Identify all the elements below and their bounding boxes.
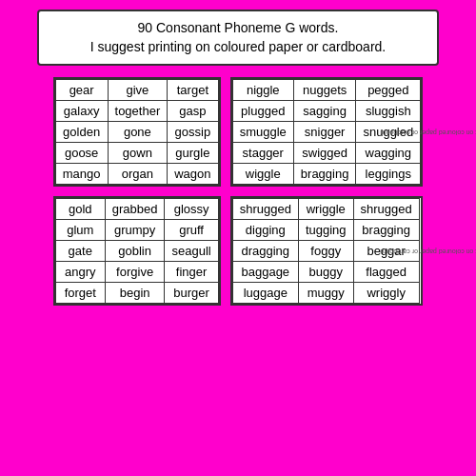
word-cell: finger [165,262,218,283]
right-column: nigglenuggetspeggedpluggedsaggingsluggis… [230,77,424,306]
word-cell: glum [55,220,105,241]
word-card-1: geargivetargetgalaxytogethergaspgoldengo… [53,77,221,187]
word-cell: gown [108,143,168,164]
table-row: gategoblinseagull [55,241,218,262]
word-cell: muggy [298,283,353,304]
word-cell: gurgle [168,143,218,164]
table-row: geargivetarget [55,80,218,101]
table-row: mangoorganwagon [55,164,218,185]
word-cell: wriggle [298,199,353,220]
word-cell: gear [55,80,108,101]
word-cell: bragging [293,164,356,185]
word-cell: wagging [356,143,421,164]
word-cell: bragging [353,220,419,241]
word-card-4: shruggedwriggleshruggeddiggingtuggingbra… [230,196,424,306]
word-cell: glossy [165,199,218,220]
word-cell: gold [55,199,105,220]
word-cell: angry [55,262,105,283]
word-cell: dragging [232,241,298,262]
header-line2: I suggest printing on coloured paper or … [54,38,422,57]
table-row: baggagebuggyflagged [232,262,419,283]
word-cell: burger [165,283,218,304]
word-cell: snigger [293,122,356,143]
table-row: diggingtuggingbragging [232,220,419,241]
table-row: goldgrabbedglossy [55,199,218,220]
word-cell: begin [105,283,165,304]
table-row: angryforgivefinger [55,262,218,283]
table-row: glumgrumpygruff [55,220,218,241]
word-cell: plugged [232,101,293,122]
table-row: staggerswiggedwagging [232,143,421,164]
table-row: luggagemuggywriggly [232,283,419,304]
word-cell: smuggle [232,122,293,143]
word-table-1: geargivetargetgalaxytogethergaspgoldengo… [55,79,219,185]
word-cell: foggy [298,241,353,262]
table-row: galaxytogethergasp [55,101,218,122]
word-cell: mango [55,164,108,185]
word-cell: goose [55,143,108,164]
word-cell: give [108,80,168,101]
word-cell: swigged [293,143,356,164]
word-table-3: goldgrabbedglossyglumgrumpygruffgategobl… [55,198,219,304]
table-row: pluggedsaggingsluggish [232,101,421,122]
word-cell: together [108,101,168,122]
word-cell: nuggets [293,80,356,101]
word-cell: gate [55,241,105,262]
word-cell: gasp [168,101,218,122]
table-row: forgetbeginburger [55,283,218,304]
word-cell: luggage [232,283,298,304]
word-cell: sluggish [356,101,421,122]
word-cell: galaxy [55,101,108,122]
left-column: geargivetargetgalaxytogethergaspgoldengo… [53,77,221,306]
word-cell: grumpy [105,220,165,241]
main-content: geargivetargetgalaxytogethergaspgoldengo… [10,77,466,306]
word-cell: target [168,80,218,101]
side-label-2: Print on coloured paper or cardboard [381,129,476,135]
word-cell: gone [108,122,168,143]
word-cell: sagging [293,101,356,122]
word-card-2: nigglenuggetspeggedpluggedsaggingsluggis… [230,77,424,187]
table-row: wigglebraggingleggings [232,164,421,185]
word-cell: baggage [232,262,298,283]
word-cell: stagger [232,143,293,164]
table-row: shruggedwriggleshrugged [232,199,419,220]
word-cell: seagull [165,241,218,262]
word-cell: golden [55,122,108,143]
word-cell: tugging [298,220,353,241]
word-cell: forgive [105,262,165,283]
word-cell: gruff [165,220,218,241]
word-cell: flagged [353,262,419,283]
header-line1: 90 Consonant Phoneme G words. [54,19,422,38]
word-cell: shrugged [353,199,419,220]
word-cell: buggy [298,262,353,283]
word-cell: grabbed [105,199,165,220]
word-cell: gossip [168,122,218,143]
word-cell: forget [55,283,105,304]
word-cell: niggle [232,80,293,101]
word-cell: organ [108,164,168,185]
word-cell: leggings [356,164,421,185]
table-row: goldengonegossip [55,122,218,143]
word-cell: wriggly [353,283,419,304]
word-cell: pegged [356,80,421,101]
word-cell: goblin [105,241,165,262]
word-cell: wagon [168,164,218,185]
side-label-4: Print on coloured paper or cardboard [381,248,476,254]
word-card-3: goldgrabbedglossyglumgrumpygruffgategobl… [53,196,221,306]
word-cell: digging [232,220,298,241]
header-card: 90 Consonant Phoneme G words. I suggest … [37,10,439,66]
table-row: goosegowngurgle [55,143,218,164]
word-cell: wiggle [232,164,293,185]
word-cell: shrugged [232,199,298,220]
table-row: nigglenuggetspegged [232,80,421,101]
